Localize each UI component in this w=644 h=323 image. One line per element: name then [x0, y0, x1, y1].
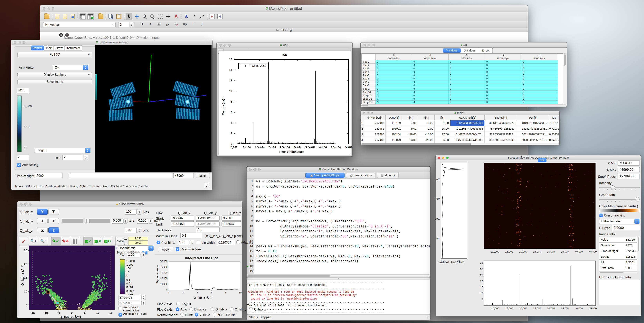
tof-range-slider[interactable] [69, 173, 172, 178]
table-cell[interactable]: 0 [522, 80, 558, 84]
table-cell[interactable]: 0 [412, 67, 448, 70]
main-titlebar[interactable]: ¥ MantidPlot - untitled [40, 5, 528, 12]
table-cell[interactable]: 1 [360, 120, 364, 126]
zoom-out-icon[interactable]: 🔍− [38, 237, 48, 246]
zoom-in-icon[interactable]: 🔍+ [29, 237, 38, 246]
column-header[interactable]: 36004.16µs [485, 54, 522, 60]
table-cell[interactable]: 0 [485, 91, 522, 94]
table-cell[interactable]: 0 [376, 84, 412, 87]
vertical-graph[interactable] [441, 163, 467, 259]
ws1-titlebar[interactable]: ¥ ws-1 [217, 42, 352, 48]
table-cell[interactable]: 381.506166123284... [484, 137, 517, 143]
table-cell[interactable]: 0 [376, 70, 412, 74]
new-matrix-icon[interactable] [80, 13, 86, 20]
peaks-overlay-refresh-icon[interactable]: ▦↻ [103, 237, 112, 246]
autoscale-load-checkbox[interactable]: ✓ [118, 313, 122, 317]
table-cell[interactable]: 0 [522, 74, 558, 77]
projection-dropdown[interactable]: Full 3D▾ [18, 52, 92, 57]
row-header[interactable]: 3 sp-4 [362, 70, 376, 74]
python-titlebar[interactable]: ¥ MantidPlot: Python Window [246, 167, 430, 172]
import-file-icon[interactable] [98, 13, 104, 20]
cursor-tracking-checkbox[interactable]: ✓ [599, 214, 603, 217]
table-cell[interactable]: 0 [522, 60, 558, 64]
table-cell[interactable]: 0 [522, 77, 558, 80]
format-U[interactable]: U [156, 22, 162, 27]
column-header[interactable]: 46005.34µs [522, 54, 558, 60]
tof-max-field[interactable]: 45999 [173, 173, 194, 178]
image-info-vscrollbar[interactable] [637, 237, 640, 271]
table-cell[interactable]: 0 [412, 64, 448, 67]
table-cell[interactable]: 383.655075238423... [484, 132, 517, 137]
instrument-colorbar[interactable] [17, 95, 22, 152]
draw-line-on-icon[interactable]: ✎✓ [51, 237, 60, 246]
format-x₂[interactable]: x2 [173, 22, 180, 27]
table-cell[interactable]: 27.00 [434, 132, 450, 137]
tab-errors[interactable]: Errors [479, 48, 492, 53]
table-cell[interactable]: 1.0167 [549, 120, 560, 126]
slice-position-spinner[interactable]: 0.000▲▼ [112, 218, 128, 224]
num-bins-radio[interactable] [156, 241, 160, 244]
qlaby-y-button[interactable]: Y [48, 218, 59, 224]
column-header[interactable]: lunNumber[Y [364, 115, 386, 120]
graph-max-slider[interactable] [599, 199, 640, 200]
thickness-field[interactable]: 0.1 [196, 227, 220, 232]
column-header[interactable]: DetID[Y] [386, 115, 402, 120]
table-cell[interactable]: 0 [485, 94, 522, 97]
ws-data-table[interactable]: 06000.59µs16001.78µs26002.97µs36004.16µs… [361, 53, 563, 104]
table-cell[interactable]: 0 [448, 101, 485, 104]
end-z-field[interactable]: 1.58537 [222, 221, 241, 227]
row-header[interactable]: 8 sp-9 [362, 87, 376, 91]
slice-position-slider[interactable] [62, 219, 110, 223]
qlabx-x-button[interactable]: X [37, 209, 48, 215]
copy-icon[interactable] [108, 13, 114, 20]
table-cell[interactable]: 10.00 [434, 126, 450, 132]
snap-grid-icon[interactable] [71, 237, 80, 246]
table-cell[interactable]: -25.00 [418, 137, 434, 143]
slice-heatmap[interactable] [29, 246, 115, 310]
mode-select[interactable]: Diffractometer ▲▼ [599, 219, 640, 224]
table-cell[interactable]: 0 [448, 84, 485, 87]
xmax-field[interactable]: 45999.00 [618, 167, 640, 172]
format-B[interactable]: B [138, 22, 145, 27]
table-cell[interactable]: 0 [448, 87, 485, 91]
qlabz-bins-spinner[interactable]: 100▲▼ [125, 228, 142, 233]
qlabz-y-button[interactable]: Y [48, 227, 59, 233]
tab-x-values[interactable]: X values [461, 48, 479, 53]
bin-width-field[interactable]: 0.110304 [217, 240, 235, 245]
table-cell[interactable]: 0 [376, 87, 412, 91]
table-cell[interactable]: 100104 [386, 132, 402, 137]
table-cell[interactable]: -9.00 [418, 120, 434, 126]
ws1-plot-area[interactable]: ws5,0001e+041.5e+042e+042.5e+043e+043.5e… [218, 50, 351, 155]
code-hscrollbar[interactable] [247, 275, 430, 277]
table-cell[interactable]: -9.00 [402, 126, 418, 132]
table-cell[interactable]: 0 [448, 97, 485, 101]
table-cell[interactable]: 0 [522, 101, 558, 104]
table-cell[interactable]: 0 [412, 87, 448, 91]
norm-radio-numevents[interactable] [213, 313, 216, 317]
table-cell[interactable]: 0 [522, 91, 558, 94]
start-y-field[interactable]: 1.39698e-08 [196, 216, 220, 221]
norm-radio-none[interactable] [180, 313, 184, 317]
draw-line-icon[interactable] [198, 13, 205, 20]
paste-icon[interactable] [116, 13, 122, 20]
tab-draw[interactable]: Draw [54, 45, 65, 50]
xmin-field[interactable]: 6000.00 [618, 160, 640, 166]
column-header[interactable]: k[Y] [418, 115, 434, 120]
table-cell[interactable]: 0 [485, 80, 522, 84]
instrument-3d-view[interactable] [96, 45, 212, 172]
add-column-icon[interactable]: +| [217, 13, 223, 20]
tab-render[interactable]: Render [31, 45, 44, 50]
table-cell[interactable]: 13261.3631261188... [517, 126, 549, 132]
ws-table-titlebar[interactable]: ¥ ws [360, 42, 567, 47]
peaks-table[interactable]: lunNumber[YDetID[Y]h[Y]k[Y]l[Y]Wavelengt… [360, 115, 560, 143]
end-x-field[interactable]: -1.83453 [170, 221, 194, 227]
xaxis-radio-q_lab_y[interactable] [230, 307, 234, 311]
table-cell[interactable]: 105001 [386, 126, 402, 132]
screen-reader-icon[interactable] [165, 13, 172, 20]
table-cell[interactable]: 118109 [386, 120, 402, 126]
table-cell[interactable]: 0 [376, 64, 412, 67]
table-cell[interactable]: 0 [376, 77, 412, 80]
pan-icon[interactable] [134, 13, 140, 20]
table-cell[interactable]: 0 [376, 97, 412, 101]
table-cell[interactable]: 0 [448, 70, 485, 74]
